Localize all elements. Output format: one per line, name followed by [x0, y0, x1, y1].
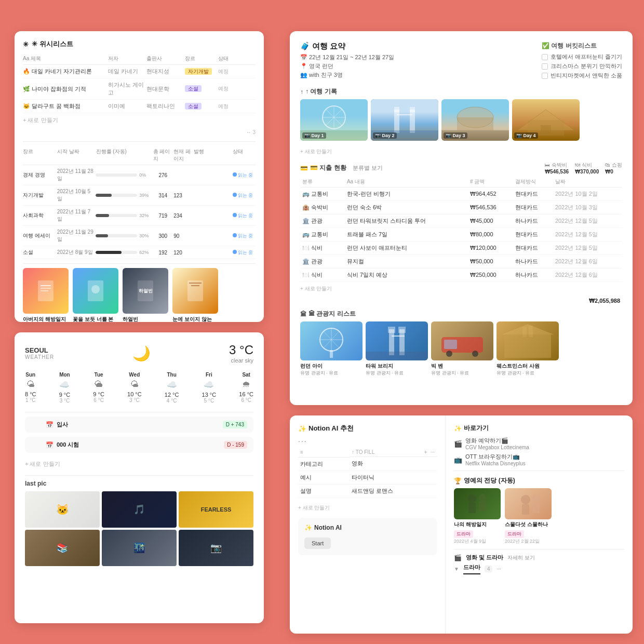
expense-row[interactable]: 🍽️ 식비런던 사보이 애프터눈티₩120,000현대카드2022년 12월 5…	[300, 242, 622, 255]
event-row-1[interactable]: 📅 입사 D + 743	[25, 417, 253, 433]
photo-records[interactable]: 🎵	[102, 491, 177, 528]
reading-row[interactable]: 자기개발 2022년 10월 5일 39% 314 123 읽는 중	[23, 185, 256, 206]
checkbox-empty	[542, 63, 548, 70]
book-card[interactable]: 하얼빈 하얼빈 ★★★★ 2022년 8월 3일	[123, 268, 168, 322]
page-count: ↔ 3	[23, 127, 256, 137]
ai-row[interactable]: 카테고리 영화	[298, 457, 437, 471]
shortcut-movies[interactable]: 🎬 영화 예약하기🎬 CGV Megabox Lottecinema	[454, 437, 624, 450]
expense-row[interactable]: 🚌 교통비한국-런던 비행기₩964,452현대카드2022년 10월 2일	[300, 187, 622, 201]
wishlist-row[interactable]: 🔥 대일 카네기 자기관리론 데일 카네기 현대지성 자기개발 예정	[23, 65, 256, 78]
ai-dots: ...	[298, 435, 437, 444]
photo-books[interactable]: 📚	[25, 530, 100, 566]
travel-photo-day2[interactable]: 📷 Day 2	[371, 99, 438, 141]
expense-row[interactable]: 🏛️ 관광뮤지컬₩50,000하나카드2022년 12월 6일	[300, 255, 622, 269]
book-cover	[23, 268, 69, 314]
add-wishlist-button[interactable]: + 새로 만들기	[23, 113, 256, 127]
expense-row[interactable]: 🏨 숙박비런던 숙소 6박₩546,536현대카드2022년 10월 3일	[300, 201, 622, 214]
attraction-card[interactable]: 런던 아이 유명 관광지 · 유료	[300, 321, 363, 377]
book-publisher: 현대문학	[146, 85, 183, 93]
status-badge: 예정	[218, 68, 249, 75]
photo-cat[interactable]: 🐱	[25, 491, 100, 528]
travel-photo-day1[interactable]: 📷 Day 1	[300, 99, 368, 141]
ai-row[interactable]: 예시 타이터닉	[298, 471, 437, 484]
photo-fearless[interactable]: FEARLESS	[179, 491, 253, 528]
travel-photo-day3[interactable]: 📷 Day 3	[441, 99, 509, 141]
tab-drama[interactable]: 드라마	[463, 564, 480, 574]
svg-rect-8	[187, 280, 203, 301]
event-badge-1: D + 743	[223, 421, 247, 428]
bucket-title: ✅ 여행 버킷리스트	[542, 42, 622, 50]
genre-badge: 소설	[185, 85, 202, 92]
add-expense-button[interactable]: + 새로 만들기	[300, 282, 622, 296]
shortcut-ott[interactable]: 📺 OTT 브라우징하기📺 Netflix Watcha Disneyplus	[454, 453, 624, 466]
event-title-1: 입사	[57, 421, 68, 428]
col-status-header: 상태	[218, 55, 249, 62]
svg-rect-43	[444, 340, 457, 349]
tab-more[interactable]: ···	[497, 566, 501, 572]
weather-days: Sun 🌤 8 °C 1 °C Mon ☁️ 9 °C 3 °C Tue 🌥 9…	[25, 372, 253, 404]
reading-row[interactable]: 소설 2022년 8월 9일 62% 192 120 읽는 중	[23, 246, 256, 259]
travel-companions: 👥 with 친구 3명	[300, 71, 394, 79]
ott-icon: 📺	[454, 456, 462, 464]
book-author: 히가시노 게이고	[108, 81, 144, 97]
more-icon[interactable]: ···	[431, 449, 435, 455]
attraction-card[interactable]: 웨스트민스터 사원 유명 관광지 · 유료	[497, 321, 559, 377]
trophy-icon: 🏆	[454, 477, 462, 485]
reading-row[interactable]: 경제 경영 2022년 11월 28일 0% 276 읽는 중	[23, 165, 256, 185]
event-row-2[interactable]: 📅 000 시험 D - 159	[25, 437, 253, 453]
wishlist-title: ✳ 위시리스트	[32, 39, 73, 49]
expense-total: ₩2,055,988	[300, 298, 622, 304]
expense-view-toggle[interactable]: 분류별 보기	[353, 164, 383, 172]
event-title-2: 000 시험	[57, 441, 79, 449]
photo-camera[interactable]: 📷	[179, 530, 253, 566]
expense-row[interactable]: 🍽️ 식비식비 7일치 예상₩250,000하나카드2022년 12월 6일	[300, 269, 622, 282]
add-ai-row-button[interactable]: + 새로 만들기	[298, 502, 437, 514]
bucket-item: 빈티지마켓에서 앤틱한 소품	[542, 72, 622, 79]
movie-card-1[interactable]: 나의 해방일지 드라마 2022년 4월 9일	[454, 488, 501, 545]
svg-rect-51	[468, 503, 476, 513]
bucket-item: 호텔에서 애프터눈티 즐기기	[542, 53, 622, 61]
book-emoji: 🐱 달라구트 꿈 백화점	[23, 102, 106, 110]
start-button[interactable]: Start	[304, 538, 331, 549]
movie-card-2[interactable]: 스물다섯 스물하나 드라마 2022년 2월 22일	[505, 488, 552, 545]
photo-street[interactable]: 🌃	[102, 530, 177, 566]
svg-rect-20	[394, 107, 399, 112]
reading-row[interactable]: 사회과학 2022년 11월 7일 32% 719 234 읽는 중	[23, 206, 256, 226]
attraction-card[interactable]: 빅 벤 유명 관광지 · 유료	[431, 321, 493, 377]
book-card[interactable]: 눈에 보이지 않는 지도책 여행 ★★★ 2022년 11월 15일	[172, 268, 218, 322]
svg-rect-56	[522, 504, 529, 515]
calendar-icon: 📅	[46, 441, 53, 449]
book-card[interactable]: 꽃을 보듯 너를 본다 소설 ★★★★ 2022년 8월 10일	[73, 268, 118, 322]
ai-row[interactable]: 설명 새드앤딩 로맨스	[298, 484, 437, 498]
add-day-button[interactable]: + 새로 만들기	[300, 145, 622, 158]
expense-row[interactable]: 🚌 교통비트래블 패스 7일₩80,000현대카드2022년 12월 5일	[300, 228, 622, 242]
movie-genre-2: 드라마	[505, 530, 524, 538]
col-publisher-header: 출판사	[146, 55, 183, 62]
wishlist-row[interactable]: 🐱 달라구트 꿈 백화점 이미예 팩토리나인 소설 예정	[23, 100, 256, 113]
attraction-card[interactable]: 타워 브리지 유명 관광지 · 유료	[366, 321, 428, 377]
ai-recommendation-table: ≡ ↑ TO FILL +··· 카테고리 영화 예시 타이터닉 설명	[298, 448, 437, 498]
weather-day-sun: Sun 🌤 8 °C 1 °C	[25, 372, 36, 404]
wishlist-row[interactable]: 🌿 나미야 잡화점의 기적 히가시노 게이고 현대문학 소설 예정	[23, 78, 256, 100]
expense-col-category: 분류	[300, 177, 345, 187]
status-badge: 예정	[218, 85, 249, 92]
svg-rect-25	[457, 117, 493, 130]
svg-rect-21	[410, 107, 415, 112]
shortcut-movie-apps: CGV Megabox Lottecinema	[465, 445, 529, 450]
expense-row[interactable]: 🏛️ 관광런던 타워브릿지 스타디움 투어₩45,000하나카드2022년 12…	[300, 214, 622, 228]
reading-row[interactable]: 여행 에세이 2022년 11월 29일 30% 300 90 읽는 중	[23, 226, 256, 246]
book-card[interactable]: 아버지의 해방일지 소설 ★★★★ 2022년 10월 18일	[23, 268, 69, 322]
detail-button[interactable]: 자세히 보기	[507, 554, 535, 561]
add-col-icon[interactable]: +	[424, 449, 427, 455]
wishlist-icon: ✳	[23, 41, 29, 48]
genre-badge: 소설	[185, 103, 202, 110]
bucket-item: 크리스마스 분위기 만끽하기	[542, 62, 622, 70]
travel-date: 📅 22년 12월 21일 ~ 22년 12월 27일	[300, 53, 394, 61]
col-genre-header: 장르	[185, 55, 216, 62]
attraction-tags: 유명 관광지 · 유료	[366, 370, 428, 377]
right-section: ✨ 바로가기 🎬 영화 예약하기🎬 CGV Megabox Lottecinem…	[446, 415, 633, 634]
travel-photo-day4[interactable]: 📷 Day 4	[512, 99, 580, 141]
add-event-button[interactable]: + 새로 만들기	[25, 457, 253, 471]
movie-cards: 나의 해방일지 드라마 2022년 4월 9일 스물다섯	[454, 488, 624, 545]
expense-side-shopping: 🛍 쇼핑 ₩0	[605, 162, 622, 175]
